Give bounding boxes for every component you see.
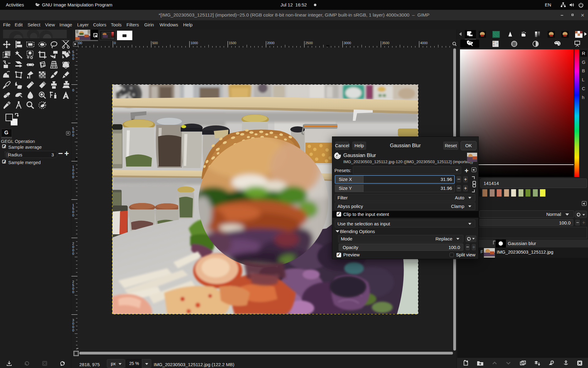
- svg-text:0: 0: [72, 290, 74, 294]
- svg-text:1500: 1500: [229, 41, 236, 45]
- svg-text:0: 0: [114, 41, 116, 45]
- svg-text:0: 0: [72, 57, 74, 60]
- svg-text:2000: 2000: [267, 41, 274, 45]
- svg-text:4000: 4000: [420, 41, 428, 45]
- svg-text:00: 00: [78, 41, 82, 45]
- svg-text:500: 500: [152, 41, 158, 45]
- svg-text:0: 0: [72, 252, 74, 255]
- svg-text:2500: 2500: [305, 41, 313, 45]
- svg-text:0: 0: [72, 213, 74, 217]
- svg-text:0: 0: [72, 133, 74, 137]
- svg-text:3500: 3500: [382, 41, 389, 45]
- svg-text:0: 0: [72, 88, 74, 92]
- svg-text:1000: 1000: [190, 41, 198, 45]
- svg-text:3000: 3000: [344, 41, 351, 45]
- svg-text:0: 0: [72, 175, 74, 179]
- svg-text:0: 0: [72, 328, 74, 332]
